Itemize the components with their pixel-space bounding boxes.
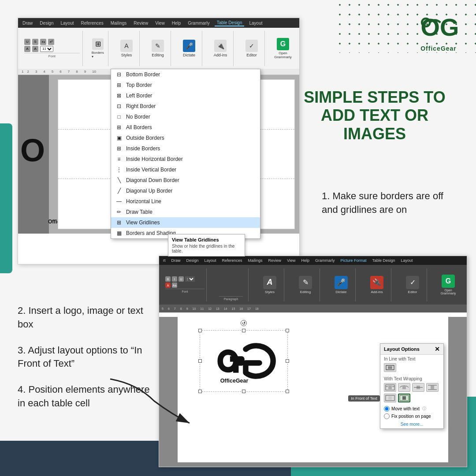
layout-options-close[interactable]: ✕ [435, 346, 440, 353]
b-styles-btn[interactable]: A Styles [261, 276, 279, 294]
tab-references[interactable]: References [79, 20, 106, 26]
dd-view-gridlines[interactable]: ⊞ View Gridlines [111, 217, 260, 228]
b-addins-btn[interactable]: 🔌 Add-ins [368, 276, 386, 294]
tab-mailings[interactable]: Mailings [108, 20, 129, 26]
layout-inline-icons [380, 362, 443, 375]
b-under[interactable]: U [178, 276, 184, 282]
tab-grammarly[interactable]: Grammarly [186, 20, 212, 26]
btab-help[interactable]: Help [299, 258, 311, 263]
superscript-btn[interactable]: x² [48, 39, 54, 45]
dd-inside-horiz-label: Inside Horizontal Border [126, 156, 183, 162]
bottom-group-font: B I U 11 A Aa Font [164, 268, 207, 301]
btab-rt[interactable]: rt [161, 258, 167, 263]
dd-bottom-border[interactable]: ⊟ Bottom Border [111, 69, 260, 80]
btab-review[interactable]: Review [267, 258, 283, 263]
wrap-tight-btn[interactable] [398, 383, 410, 392]
wrap-square-btn[interactable] [384, 383, 396, 392]
editor-btn[interactable]: ✓ Editor [243, 40, 260, 57]
b-editing-btn[interactable]: ✎ Editing [297, 276, 314, 294]
btab-picture[interactable]: Picture Format [339, 258, 368, 263]
wrap-topbottom-btn[interactable] [426, 383, 439, 392]
handle-bl[interactable] [198, 390, 202, 393]
dictate-btn[interactable]: 🎤 Dictate [181, 40, 197, 57]
btab-table-design[interactable]: Table Design [371, 258, 397, 263]
btab-view[interactable]: View [285, 258, 297, 263]
dd-inside-vert[interactable]: ⋮ Inside Vertical Border [111, 164, 260, 175]
b-bold[interactable]: B [165, 276, 171, 282]
b-editor-btn[interactable]: ✓ Editor [404, 276, 421, 294]
b-dictate-btn[interactable]: 🎤 Dictate [332, 276, 350, 294]
left-border-icon: ⊠ [115, 92, 123, 99]
dd-inside-horiz[interactable]: ≡ Inside Horizontal Border [111, 154, 260, 164]
dd-outside-borders[interactable]: ▣ Outside Borders [111, 133, 260, 143]
dd-diag-up[interactable]: ╱ Diagonal Up Border [111, 186, 260, 196]
subscript-btn[interactable]: x₂ [40, 39, 46, 45]
borders-btn[interactable]: ⊞ [92, 38, 104, 50]
dd-inside-borders[interactable]: ⊞ Inside Borders [111, 143, 260, 154]
tab-layout2[interactable]: Layout [247, 20, 264, 26]
tab-layout[interactable]: Layout [58, 20, 76, 26]
inline-text-btn[interactable] [384, 363, 396, 372]
handle-mr[interactable] [286, 359, 289, 363]
editing-btn[interactable]: ✎ Editing [149, 40, 166, 57]
btab-layout[interactable]: Layout [203, 258, 218, 263]
rotate-handle[interactable]: ↺ [241, 320, 247, 326]
handle-tm[interactable] [242, 329, 245, 332]
svg-rect-14 [431, 386, 434, 389]
btab-grammarly[interactable]: Grammarly [313, 258, 337, 263]
handle-tl[interactable] [198, 329, 202, 332]
step3-item: 3. Adjust layout options to “In Front of… [18, 344, 159, 371]
dd-view-gridlines-label: View Gridlines [126, 219, 160, 226]
font-color-btn[interactable]: A [32, 46, 38, 52]
b-editor-icon: ✓ [406, 276, 419, 289]
wrap-through-btn[interactable] [412, 383, 424, 392]
radio-move-label: Move with text [391, 406, 420, 411]
tab-help[interactable]: Help [170, 20, 183, 26]
dd-all-borders[interactable]: ⊞ All Borders [111, 122, 260, 133]
tab-view[interactable]: View [153, 20, 167, 26]
radio-fix-position[interactable]: Fix position on page [380, 413, 443, 420]
btab-mail[interactable]: Mailings [246, 258, 264, 263]
dd-left-border[interactable]: ⊠ Left Border [111, 90, 260, 101]
tab-review[interactable]: Review [131, 20, 150, 26]
see-more-link[interactable]: See more... [380, 420, 443, 428]
title-line1: SIMPLE STEPS TO [300, 88, 450, 106]
b-font-size[interactable]: 11 [185, 276, 195, 282]
b-dictate-label: Dictate [336, 290, 347, 294]
b-font-color[interactable]: A [165, 283, 171, 288]
strikethrough-btn[interactable]: S [32, 39, 38, 45]
font-size-select[interactable]: 11 [40, 46, 53, 52]
tab-design[interactable]: Design [37, 20, 56, 26]
handle-br[interactable] [286, 390, 289, 393]
addins-btn[interactable]: 🔌 Add-ins [212, 40, 229, 57]
dd-no-border[interactable]: □ No Border [111, 112, 260, 122]
tab-draw[interactable]: Draw [20, 20, 35, 26]
tab-table-design[interactable]: Table Design [215, 20, 245, 26]
selected-logo-object[interactable]: ↺ OfficeGear [200, 330, 288, 392]
handle-tr[interactable] [286, 329, 289, 332]
highlight-btn[interactable]: A [24, 46, 30, 52]
handle-ml[interactable] [198, 359, 202, 363]
btab-draw[interactable]: Draw [170, 258, 182, 263]
b-aa[interactable]: Aa [172, 283, 177, 288]
btab-design[interactable]: Design [185, 258, 201, 263]
dd-diag-down[interactable]: ╲ Diagonal Down Border [111, 175, 260, 186]
b-grammarly-btn[interactable]: G Open Grammarly [439, 275, 457, 295]
editor-icon: ✓ [245, 40, 258, 52]
styles-btn[interactable]: A Styles [118, 40, 135, 57]
dd-right-border[interactable]: ⊡ Right Border [111, 101, 260, 112]
wrap-infront-btn[interactable] [398, 394, 410, 402]
handle-bm[interactable] [242, 390, 245, 393]
ribbon-group-addins: 🔌 Add-ins [208, 31, 234, 66]
wrap-behind-btn[interactable] [384, 394, 396, 402]
dd-top-border[interactable]: ⊞ Top Border [111, 80, 260, 90]
grammarly-btn[interactable]: G Open Grammarly [275, 38, 291, 59]
underline-btn[interactable]: U [24, 39, 30, 45]
dd-draw-table[interactable]: ✏ Draw Table [111, 207, 260, 217]
dd-horiz-line[interactable]: — Horizontal Line [111, 196, 260, 207]
radio-move-with-text[interactable]: Move with text ⓘ [380, 405, 443, 413]
btab-refs[interactable]: References [220, 258, 244, 263]
b-italic[interactable]: I [172, 276, 177, 282]
btab-layout2[interactable]: Layout [399, 258, 415, 263]
layout-options-header: Layout Options ✕ [380, 344, 443, 355]
